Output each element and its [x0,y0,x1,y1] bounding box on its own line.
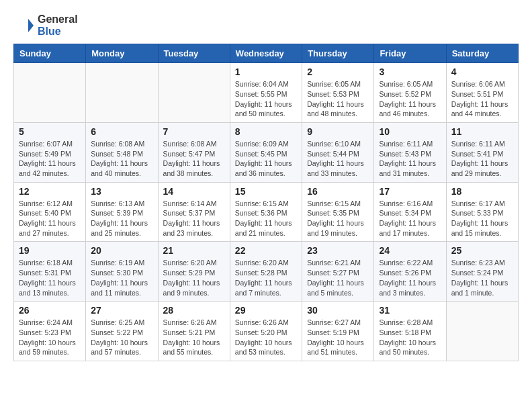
day-info: Sunrise: 6:05 AMSunset: 5:53 PMDaylight:… [307,79,369,119]
calendar-cell: 8Sunrise: 6:09 AMSunset: 5:45 PMDaylight… [230,122,302,182]
day-info: Sunrise: 6:20 AMSunset: 5:28 PMDaylight:… [235,258,297,298]
day-number: 10 [379,126,441,137]
calendar-cell: 31Sunrise: 6:28 AMSunset: 5:18 PMDayligh… [374,302,446,361]
day-info: Sunrise: 6:26 AMSunset: 5:20 PMDaylight:… [235,318,297,357]
day-number: 4 [451,66,513,77]
day-info: Sunrise: 6:13 AMSunset: 5:39 PMDaylight:… [91,199,152,238]
calendar-cell: 3Sunrise: 6:05 AMSunset: 5:52 PMDaylight… [374,63,446,123]
day-info: Sunrise: 6:16 AMSunset: 5:34 PMDaylight:… [379,199,441,238]
day-info: Sunrise: 6:17 AMSunset: 5:33 PMDaylight:… [451,199,513,238]
day-number: 29 [235,305,297,316]
calendar-cell: 17Sunrise: 6:16 AMSunset: 5:34 PMDayligh… [374,182,446,242]
day-number: 22 [235,245,297,256]
day-number: 18 [451,186,513,197]
calendar-header-row: SundayMondayTuesdayWednesdayThursdayFrid… [14,44,519,63]
calendar-cell: 14Sunrise: 6:14 AMSunset: 5:37 PMDayligh… [158,182,230,242]
day-info: Sunrise: 6:05 AMSunset: 5:52 PMDaylight:… [379,79,441,119]
day-info: Sunrise: 6:04 AMSunset: 5:55 PMDaylight:… [235,79,297,119]
col-header-wednesday: Wednesday [230,44,302,63]
day-number: 2 [307,66,369,77]
col-header-thursday: Thursday [302,44,374,63]
day-info: Sunrise: 6:15 AMSunset: 5:35 PMDaylight:… [307,199,369,238]
calendar-cell: 16Sunrise: 6:15 AMSunset: 5:35 PMDayligh… [302,182,374,242]
day-number: 9 [307,126,369,137]
day-number: 25 [451,245,513,256]
day-number: 23 [307,245,369,256]
col-header-tuesday: Tuesday [158,44,230,63]
day-number: 14 [163,186,225,197]
calendar-cell: 28Sunrise: 6:26 AMSunset: 5:21 PMDayligh… [158,302,230,361]
day-number: 1 [235,66,297,77]
day-info: Sunrise: 6:28 AMSunset: 5:18 PMDaylight:… [379,318,441,357]
day-number: 3 [379,66,441,77]
day-info: Sunrise: 6:24 AMSunset: 5:23 PMDaylight:… [19,318,81,357]
calendar-cell: 6Sunrise: 6:08 AMSunset: 5:48 PMDaylight… [86,122,158,182]
calendar-week-row: 12Sunrise: 6:12 AMSunset: 5:40 PMDayligh… [14,182,519,242]
day-info: Sunrise: 6:11 AMSunset: 5:41 PMDaylight:… [451,139,513,179]
calendar-cell: 10Sunrise: 6:11 AMSunset: 5:43 PMDayligh… [374,122,446,182]
col-header-saturday: Saturday [446,44,518,63]
calendar-cell [158,63,230,123]
day-number: 6 [91,126,152,137]
day-info: Sunrise: 6:21 AMSunset: 5:27 PMDaylight:… [307,258,369,298]
calendar-cell: 7Sunrise: 6:08 AMSunset: 5:47 PMDaylight… [158,122,230,182]
calendar-cell [14,63,86,123]
logo-icon [13,15,35,36]
day-info: Sunrise: 6:19 AMSunset: 5:30 PMDaylight:… [91,258,152,298]
day-number: 7 [163,126,225,137]
day-info: Sunrise: 6:11 AMSunset: 5:43 PMDaylight:… [379,139,441,179]
day-number: 19 [19,245,81,256]
day-number: 26 [19,305,81,316]
day-number: 30 [307,305,369,316]
day-number: 15 [235,186,297,197]
calendar-cell: 21Sunrise: 6:20 AMSunset: 5:29 PMDayligh… [158,242,230,302]
day-info: Sunrise: 6:08 AMSunset: 5:47 PMDaylight:… [163,139,225,179]
calendar-cell: 4Sunrise: 6:06 AMSunset: 5:51 PMDaylight… [446,63,518,123]
calendar-cell: 15Sunrise: 6:15 AMSunset: 5:36 PMDayligh… [230,182,302,242]
day-number: 12 [19,186,81,197]
calendar-cell: 5Sunrise: 6:07 AMSunset: 5:49 PMDaylight… [14,122,86,182]
day-info: Sunrise: 6:15 AMSunset: 5:36 PMDaylight:… [235,199,297,238]
day-info: Sunrise: 6:25 AMSunset: 5:22 PMDaylight:… [91,318,152,357]
calendar-cell [86,63,158,123]
calendar-cell: 19Sunrise: 6:18 AMSunset: 5:31 PMDayligh… [14,242,86,302]
day-number: 28 [163,305,225,316]
calendar-cell: 24Sunrise: 6:22 AMSunset: 5:26 PMDayligh… [374,242,446,302]
calendar-cell: 13Sunrise: 6:13 AMSunset: 5:39 PMDayligh… [86,182,158,242]
calendar-cell: 9Sunrise: 6:10 AMSunset: 5:44 PMDaylight… [302,122,374,182]
page-header: General Blue [13,13,519,37]
col-header-monday: Monday [86,44,158,63]
calendar-cell: 22Sunrise: 6:20 AMSunset: 5:28 PMDayligh… [230,242,302,302]
col-header-friday: Friday [374,44,446,63]
day-number: 27 [91,305,152,316]
calendar-week-row: 5Sunrise: 6:07 AMSunset: 5:49 PMDaylight… [14,122,519,182]
day-number: 11 [451,126,513,137]
calendar-week-row: 1Sunrise: 6:04 AMSunset: 5:55 PMDaylight… [14,63,519,123]
day-number: 20 [91,245,152,256]
day-number: 24 [379,245,441,256]
day-info: Sunrise: 6:06 AMSunset: 5:51 PMDaylight:… [451,79,513,119]
calendar-cell: 2Sunrise: 6:05 AMSunset: 5:53 PMDaylight… [302,63,374,123]
calendar-cell: 11Sunrise: 6:11 AMSunset: 5:41 PMDayligh… [446,122,518,182]
day-info: Sunrise: 6:22 AMSunset: 5:26 PMDaylight:… [379,258,441,298]
day-number: 8 [235,126,297,137]
calendar-cell: 23Sunrise: 6:21 AMSunset: 5:27 PMDayligh… [302,242,374,302]
day-info: Sunrise: 6:09 AMSunset: 5:45 PMDaylight:… [235,139,297,179]
calendar-week-row: 26Sunrise: 6:24 AMSunset: 5:23 PMDayligh… [14,302,519,361]
calendar-cell: 25Sunrise: 6:23 AMSunset: 5:24 PMDayligh… [446,242,518,302]
day-number: 21 [163,245,225,256]
day-info: Sunrise: 6:12 AMSunset: 5:40 PMDaylight:… [19,199,81,238]
col-header-sunday: Sunday [14,44,86,63]
calendar-cell: 29Sunrise: 6:26 AMSunset: 5:20 PMDayligh… [230,302,302,361]
day-info: Sunrise: 6:08 AMSunset: 5:48 PMDaylight:… [91,139,152,179]
calendar-cell: 27Sunrise: 6:25 AMSunset: 5:22 PMDayligh… [86,302,158,361]
day-info: Sunrise: 6:14 AMSunset: 5:37 PMDaylight:… [163,199,225,238]
calendar-cell: 20Sunrise: 6:19 AMSunset: 5:30 PMDayligh… [86,242,158,302]
day-number: 5 [19,126,81,137]
day-info: Sunrise: 6:26 AMSunset: 5:21 PMDaylight:… [163,318,225,357]
day-number: 17 [379,186,441,197]
calendar-cell: 12Sunrise: 6:12 AMSunset: 5:40 PMDayligh… [14,182,86,242]
calendar-cell [446,302,518,361]
day-info: Sunrise: 6:23 AMSunset: 5:24 PMDaylight:… [451,258,513,298]
day-number: 13 [91,186,152,197]
